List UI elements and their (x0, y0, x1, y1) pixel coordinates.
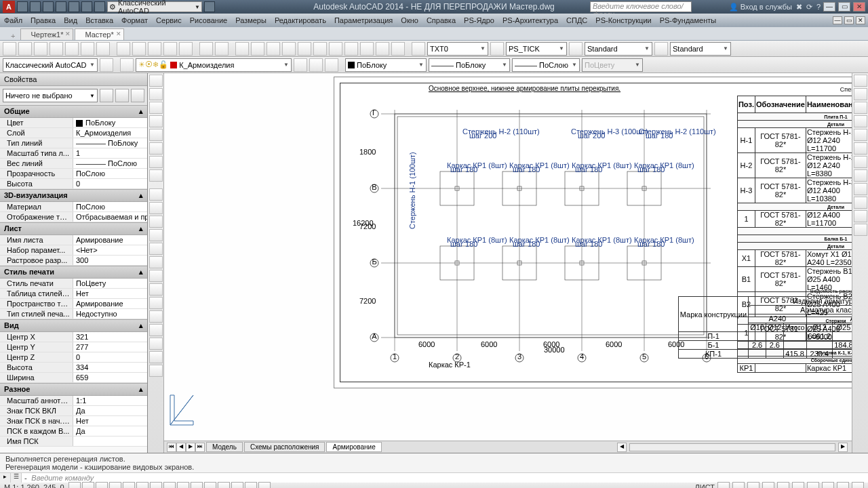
menu-ps-core[interactable]: PS-Ядро (464, 16, 494, 24)
prop-row[interactable]: Масштаб аннота...1:1 (0, 396, 147, 406)
hatch-icon[interactable] (149, 156, 163, 168)
prop-row[interactable]: Ширина659 (0, 373, 147, 383)
menu-file[interactable]: Файл (4, 16, 22, 24)
prop-section[interactable]: 3D-визуализация▴ (0, 189, 147, 202)
max-vp-icon[interactable] (717, 482, 730, 489)
collapse-icon[interactable]: ▴ (139, 321, 143, 330)
paper-space[interactable]: Основное верхнее, нижнее армирование пли… (164, 73, 852, 441)
cmd-recent-icon[interactable]: ☰ (11, 473, 22, 483)
redo-icon[interactable] (215, 42, 229, 56)
prop-row[interactable]: Знак ПСК ВКЛДа (0, 406, 147, 416)
polar-toggle[interactable] (109, 482, 121, 489)
undo-icon[interactable] (81, 1, 92, 12)
dist-icon[interactable] (854, 75, 867, 87)
ps-icon[interactable] (854, 142, 867, 155)
tab-prev-icon[interactable]: ◀ (176, 443, 186, 452)
markup-icon[interactable] (360, 42, 374, 56)
mleader-style-btn[interactable] (654, 42, 668, 56)
lock-icon[interactable] (792, 482, 804, 489)
ps-icon[interactable] (854, 224, 867, 236)
menu-tools[interactable]: Сервис (156, 16, 182, 24)
model-paper-toggle[interactable]: ЛИСТ (695, 483, 715, 489)
dim-style-combo[interactable]: PS_TICK▼ (506, 42, 567, 56)
a360-icon[interactable]: ⟳ (806, 3, 812, 12)
table-style-combo[interactable]: Standard▼ (585, 42, 652, 56)
ps-icon[interactable] (854, 169, 867, 182)
array-icon[interactable] (149, 324, 163, 336)
isolate-icon[interactable] (822, 482, 834, 489)
angle-icon[interactable] (854, 102, 867, 114)
menu-spds[interactable]: СПДС (566, 16, 587, 24)
scale-icon[interactable] (149, 229, 163, 241)
rect-icon[interactable] (149, 129, 163, 141)
rotate-icon[interactable] (149, 216, 163, 228)
prop-row[interactable]: МатериалПоСлою (0, 202, 147, 212)
menu-window[interactable]: Окно (401, 16, 418, 24)
save-icon[interactable] (34, 42, 47, 56)
line-icon[interactable] (149, 75, 163, 87)
hscrollbar[interactable] (629, 443, 835, 451)
prop-section[interactable]: Лист▴ (0, 222, 147, 235)
doc-tab[interactable]: Чертеж1*✕ (20, 28, 73, 40)
ellipse-icon[interactable] (149, 142, 163, 155)
prop-row[interactable]: Масштаб типа л...1 (0, 148, 147, 159)
color-combo[interactable]: ПоБлоку▼ (345, 58, 427, 72)
tab-first-icon[interactable]: ⏮ (167, 443, 176, 452)
prop-row[interactable]: Высота0 (0, 179, 147, 189)
prop-row[interactable]: Вес линий———— ПоСлою (0, 159, 147, 169)
fillet-icon[interactable] (149, 310, 163, 323)
collapse-icon[interactable]: ▴ (139, 191, 143, 200)
dyn-toggle[interactable] (163, 482, 176, 489)
layout-tab-model[interactable]: Модель (206, 442, 243, 452)
scroll-right-icon[interactable]: ▶ (838, 443, 848, 452)
erase-icon[interactable] (149, 338, 163, 350)
ps-icon[interactable] (854, 183, 867, 195)
text-style-combo[interactable]: TXT0▼ (427, 42, 488, 56)
cmd-menu-icon[interactable]: ▸ (0, 473, 11, 483)
calc-icon[interactable] (376, 42, 389, 56)
block-icon[interactable] (179, 42, 193, 56)
arc-icon[interactable] (149, 115, 163, 127)
infocenter-search[interactable]: Введите ключевое слово/фразу (590, 1, 692, 12)
saveas-icon[interactable] (56, 1, 66, 12)
plot-icon[interactable] (68, 1, 79, 12)
menu-ps-arch[interactable]: PS-Архитектура (502, 16, 558, 24)
ps-icon[interactable] (854, 210, 867, 222)
select-objects-icon[interactable] (115, 89, 129, 102)
ws-icon[interactable] (777, 482, 789, 489)
snap-toggle[interactable] (68, 482, 81, 489)
pan-icon[interactable] (235, 42, 249, 56)
prop-row[interactable]: Центр Z0 (0, 352, 147, 363)
clean-icon[interactable] (837, 482, 849, 489)
login-button[interactable]: 👤 Вход в службы (729, 3, 792, 12)
linetype-combo[interactable]: ——— ПоБлоку▼ (429, 58, 510, 72)
minimize-button[interactable]: — (823, 2, 835, 12)
menu-dimension[interactable]: Размеры (235, 16, 267, 24)
dim-style-btn[interactable] (490, 42, 504, 56)
prop-row[interactable]: Центр Y277 (0, 342, 147, 352)
prop-row[interactable]: Имя ПСК (0, 436, 147, 447)
menu-ps-constr[interactable]: PS-Конструкции (595, 16, 651, 24)
toggle[interactable] (245, 482, 257, 489)
menu-draw[interactable]: Рисование (190, 16, 227, 24)
trans-toggle[interactable] (191, 482, 203, 489)
cut-icon[interactable] (117, 42, 130, 56)
open-icon[interactable] (30, 1, 41, 12)
tool-palette-icon[interactable] (329, 42, 342, 56)
mdi-close[interactable]: ✕ (856, 16, 865, 24)
osnap-toggle[interactable] (123, 482, 135, 489)
workspace-settings-icon[interactable] (100, 58, 113, 72)
menu-ps-found[interactable]: PS-Фундаменты (660, 16, 717, 24)
prop-row[interactable]: Пространство та...Армирование (0, 299, 147, 309)
prop-row[interactable]: Тип линий———— ПоБлоку (0, 138, 147, 148)
close-icon[interactable]: ✕ (65, 30, 71, 37)
trim-icon[interactable] (149, 256, 163, 268)
close-button[interactable]: ✕ (853, 2, 865, 12)
prop-icon[interactable] (298, 42, 311, 56)
layer-manager-icon[interactable] (120, 58, 134, 72)
prop-section[interactable]: Разное▴ (0, 383, 147, 396)
ps-icon[interactable] (854, 197, 867, 209)
mtext-icon[interactable] (149, 365, 163, 377)
prop-row[interactable]: Знак ПСК в нач. ...Нет (0, 416, 147, 426)
doc-tab[interactable]: Мастер*✕ (75, 28, 123, 40)
